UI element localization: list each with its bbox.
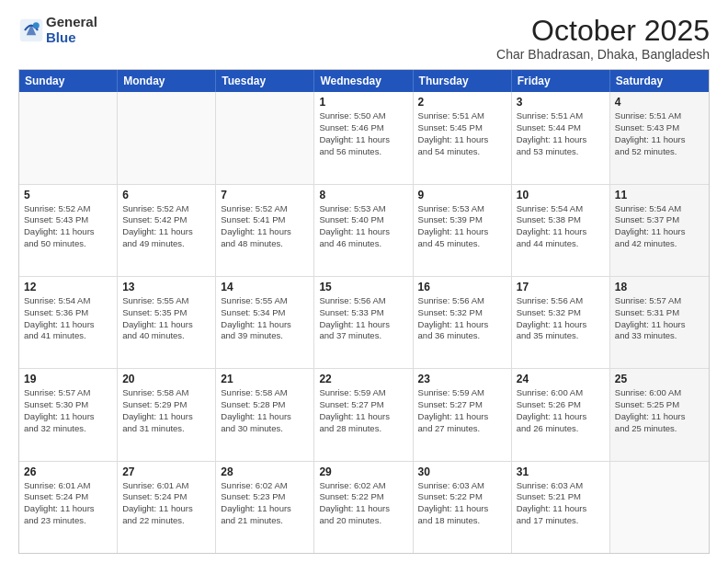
day-number: 20 <box>122 373 210 385</box>
calendar-cell: 13Sunrise: 5:55 AM Sunset: 5:35 PM Dayli… <box>118 277 216 368</box>
header: General Blue October 2025 Char Bhadrasan… <box>18 15 710 62</box>
day-info: Sunrise: 5:53 AM Sunset: 5:39 PM Dayligh… <box>418 203 506 250</box>
day-number: 8 <box>319 189 407 201</box>
day-number: 28 <box>221 465 309 478</box>
day-number: 25 <box>615 373 704 385</box>
calendar-header-cell: Friday <box>512 70 610 92</box>
calendar-row: 26Sunrise: 6:01 AM Sunset: 5:24 PM Dayli… <box>19 462 709 553</box>
day-number: 1 <box>319 96 407 109</box>
day-info: Sunrise: 5:54 AM Sunset: 5:37 PM Dayligh… <box>615 203 704 250</box>
day-number: 10 <box>517 189 605 201</box>
calendar-cell: 29Sunrise: 6:02 AM Sunset: 5:22 PM Dayli… <box>314 462 413 553</box>
day-info: Sunrise: 5:56 AM Sunset: 5:32 PM Dayligh… <box>418 295 506 342</box>
title-month: October 2025 <box>496 15 710 47</box>
calendar-cell: 26Sunrise: 6:01 AM Sunset: 5:24 PM Dayli… <box>19 462 118 553</box>
day-info: Sunrise: 5:54 AM Sunset: 5:36 PM Dayligh… <box>24 295 112 342</box>
day-info: Sunrise: 5:52 AM Sunset: 5:42 PM Dayligh… <box>122 203 210 250</box>
day-number: 23 <box>418 373 506 385</box>
day-info: Sunrise: 6:01 AM Sunset: 5:24 PM Dayligh… <box>24 480 112 527</box>
calendar-cell: 3Sunrise: 5:51 AM Sunset: 5:44 PM Daylig… <box>512 92 610 183</box>
logo-text: General Blue <box>46 15 97 45</box>
day-number: 17 <box>517 281 605 293</box>
calendar-cell: 4Sunrise: 5:51 AM Sunset: 5:43 PM Daylig… <box>610 92 709 183</box>
day-info: Sunrise: 5:51 AM Sunset: 5:45 PM Dayligh… <box>418 110 506 157</box>
day-number: 18 <box>615 281 704 293</box>
day-info: Sunrise: 5:58 AM Sunset: 5:28 PM Dayligh… <box>221 387 309 434</box>
day-number: 19 <box>24 373 112 385</box>
day-info: Sunrise: 6:03 AM Sunset: 5:21 PM Dayligh… <box>517 480 605 527</box>
day-info: Sunrise: 5:51 AM Sunset: 5:44 PM Dayligh… <box>517 110 605 157</box>
calendar-cell: 18Sunrise: 5:57 AM Sunset: 5:31 PM Dayli… <box>610 277 709 368</box>
logo-general: General <box>46 15 97 30</box>
day-info: Sunrise: 6:00 AM Sunset: 5:25 PM Dayligh… <box>615 387 704 434</box>
calendar-header-row: SundayMondayTuesdayWednesdayThursdayFrid… <box>19 70 709 92</box>
day-number: 29 <box>319 465 407 478</box>
day-number: 14 <box>221 281 309 293</box>
calendar-cell: 30Sunrise: 6:03 AM Sunset: 5:22 PM Dayli… <box>414 462 512 553</box>
calendar-row: 19Sunrise: 5:57 AM Sunset: 5:30 PM Dayli… <box>19 369 709 461</box>
day-number: 15 <box>319 281 407 293</box>
calendar-cell: 19Sunrise: 5:57 AM Sunset: 5:30 PM Dayli… <box>19 369 118 460</box>
calendar: SundayMondayTuesdayWednesdayThursdayFrid… <box>18 69 710 554</box>
calendar-row: 5Sunrise: 5:52 AM Sunset: 5:43 PM Daylig… <box>19 185 709 277</box>
calendar-header-cell: Tuesday <box>216 70 314 92</box>
calendar-cell: 21Sunrise: 5:58 AM Sunset: 5:28 PM Dayli… <box>216 369 314 460</box>
day-info: Sunrise: 5:53 AM Sunset: 5:40 PM Dayligh… <box>319 203 407 250</box>
calendar-header-cell: Sunday <box>19 70 118 92</box>
calendar-cell: 22Sunrise: 5:59 AM Sunset: 5:27 PM Dayli… <box>314 369 413 460</box>
day-number: 13 <box>122 281 210 293</box>
calendar-header-cell: Thursday <box>414 70 512 92</box>
title-location: Char Bhadrasan, Dhaka, Bangladesh <box>496 47 710 62</box>
logo-icon <box>18 17 44 43</box>
calendar-cell: 20Sunrise: 5:58 AM Sunset: 5:29 PM Dayli… <box>118 369 216 460</box>
day-info: Sunrise: 6:03 AM Sunset: 5:22 PM Dayligh… <box>418 480 506 527</box>
day-number: 26 <box>24 465 112 478</box>
day-info: Sunrise: 5:58 AM Sunset: 5:29 PM Dayligh… <box>122 387 210 434</box>
calendar-cell: 1Sunrise: 5:50 AM Sunset: 5:46 PM Daylig… <box>314 92 413 183</box>
day-info: Sunrise: 5:55 AM Sunset: 5:35 PM Dayligh… <box>122 295 210 342</box>
day-info: Sunrise: 5:56 AM Sunset: 5:32 PM Dayligh… <box>517 295 605 342</box>
day-info: Sunrise: 5:59 AM Sunset: 5:27 PM Dayligh… <box>418 387 506 434</box>
day-info: Sunrise: 5:57 AM Sunset: 5:31 PM Dayligh… <box>615 295 704 342</box>
calendar-cell: 7Sunrise: 5:52 AM Sunset: 5:41 PM Daylig… <box>216 185 314 276</box>
calendar-cell: 31Sunrise: 6:03 AM Sunset: 5:21 PM Dayli… <box>512 462 610 553</box>
day-number: 6 <box>122 189 210 201</box>
day-number: 22 <box>319 373 407 385</box>
calendar-cell <box>19 92 118 183</box>
calendar-row: 12Sunrise: 5:54 AM Sunset: 5:36 PM Dayli… <box>19 277 709 369</box>
calendar-header-cell: Wednesday <box>314 70 413 92</box>
day-number: 31 <box>517 465 605 478</box>
day-number: 9 <box>418 189 506 201</box>
day-info: Sunrise: 5:51 AM Sunset: 5:43 PM Dayligh… <box>615 110 704 157</box>
calendar-cell: 6Sunrise: 5:52 AM Sunset: 5:42 PM Daylig… <box>118 185 216 276</box>
day-number: 7 <box>221 189 309 201</box>
calendar-cell: 11Sunrise: 5:54 AM Sunset: 5:37 PM Dayli… <box>610 185 709 276</box>
day-number: 4 <box>615 96 704 109</box>
calendar-cell: 8Sunrise: 5:53 AM Sunset: 5:40 PM Daylig… <box>314 185 413 276</box>
calendar-cell: 5Sunrise: 5:52 AM Sunset: 5:43 PM Daylig… <box>19 185 118 276</box>
day-number: 11 <box>615 189 704 201</box>
day-info: Sunrise: 5:59 AM Sunset: 5:27 PM Dayligh… <box>319 387 407 434</box>
calendar-cell: 14Sunrise: 5:55 AM Sunset: 5:34 PM Dayli… <box>216 277 314 368</box>
calendar-cell: 9Sunrise: 5:53 AM Sunset: 5:39 PM Daylig… <box>414 185 512 276</box>
day-number: 21 <box>221 373 309 385</box>
day-info: Sunrise: 5:55 AM Sunset: 5:34 PM Dayligh… <box>221 295 309 342</box>
calendar-cell: 10Sunrise: 5:54 AM Sunset: 5:38 PM Dayli… <box>512 185 610 276</box>
day-number: 2 <box>418 96 506 109</box>
logo: General Blue <box>18 15 97 45</box>
calendar-cell: 28Sunrise: 6:02 AM Sunset: 5:23 PM Dayli… <box>216 462 314 553</box>
calendar-cell: 17Sunrise: 5:56 AM Sunset: 5:32 PM Dayli… <box>512 277 610 368</box>
calendar-cell: 23Sunrise: 5:59 AM Sunset: 5:27 PM Dayli… <box>414 369 512 460</box>
day-info: Sunrise: 5:50 AM Sunset: 5:46 PM Dayligh… <box>319 110 407 157</box>
day-number: 24 <box>517 373 605 385</box>
day-info: Sunrise: 6:01 AM Sunset: 5:24 PM Dayligh… <box>122 480 210 527</box>
day-info: Sunrise: 6:00 AM Sunset: 5:26 PM Dayligh… <box>517 387 605 434</box>
calendar-cell: 15Sunrise: 5:56 AM Sunset: 5:33 PM Dayli… <box>314 277 413 368</box>
day-info: Sunrise: 5:56 AM Sunset: 5:33 PM Dayligh… <box>319 295 407 342</box>
calendar-cell: 25Sunrise: 6:00 AM Sunset: 5:25 PM Dayli… <box>610 369 709 460</box>
day-info: Sunrise: 5:52 AM Sunset: 5:43 PM Dayligh… <box>24 203 112 250</box>
calendar-header-cell: Saturday <box>610 70 709 92</box>
page: General Blue October 2025 Char Bhadrasan… <box>0 0 728 563</box>
svg-point-1 <box>33 22 40 29</box>
logo-blue: Blue <box>46 30 97 46</box>
